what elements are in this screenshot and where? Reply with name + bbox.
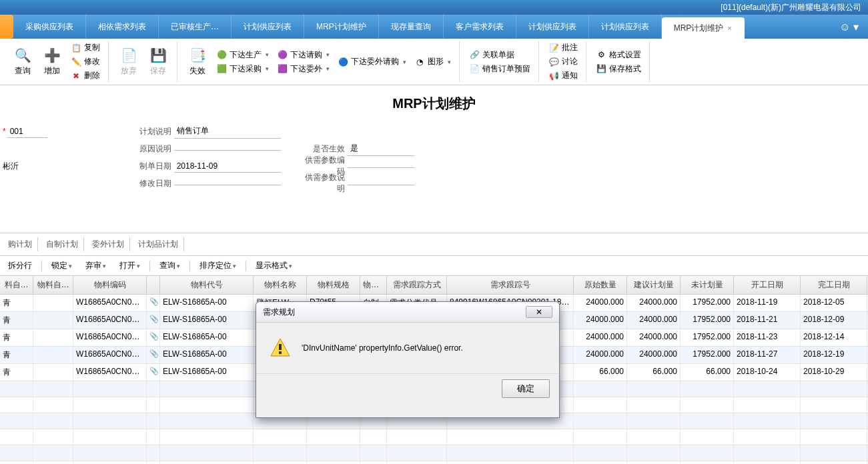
cell: 17952.000 [681, 312, 734, 329]
user-menu[interactable]: ☺ ▾ [830, 15, 868, 39]
doc-tab[interactable]: 计划供应列表 [589, 15, 662, 39]
moddate-field[interactable] [174, 182, 281, 185]
sub-tab[interactable]: 计划品计划 [133, 237, 184, 251]
doc-tab[interactable]: 采购供应列表 [13, 15, 86, 39]
link-doc-button[interactable]: 🔗关联单据 [466, 49, 533, 61]
column-header[interactable]: 料自… [0, 276, 33, 294]
doc-tab[interactable]: MRP计划维护× [662, 17, 745, 39]
issue-prod-button[interactable]: 🟢下达生产▾ [213, 49, 272, 61]
dialog-title: 需求规划 [263, 307, 295, 318]
demandcode-field[interactable] [348, 165, 414, 168]
title-bar: [011](default)(新)广州雕耀电器有限公司 [0, 0, 868, 15]
column-header[interactable]: 原始数量 [574, 276, 627, 294]
discuss-button[interactable]: 💬讨论 [546, 55, 580, 68]
cell: 24000.000 [574, 295, 627, 311]
billdate-label: 制单日期 [134, 161, 174, 172]
cell: W16865A0CN09201 [73, 364, 147, 381]
table-row[interactable] [0, 461, 868, 464]
cell: W16865A0CN09201 [73, 329, 147, 346]
column-header[interactable]: 未计划量 [681, 276, 734, 294]
effect-label: 是否生效 [301, 143, 348, 155]
notify-button[interactable]: 📢通知 [546, 69, 580, 82]
invalid-icon: 📑 [189, 47, 206, 64]
dialog-close-button[interactable]: ✕ [526, 306, 552, 318]
save-button[interactable]: 💾保存 [145, 45, 171, 78]
cell [33, 329, 73, 346]
column-header[interactable] [147, 276, 160, 294]
cell: 24000.000 [627, 295, 681, 311]
savefmt-icon: 💾 [596, 63, 606, 74]
cell: W16865A0CN09201 [73, 347, 147, 363]
sort-button[interactable]: 排序定位▾ [195, 259, 240, 273]
issue-out-button[interactable]: 🟪下达委外▾ [274, 63, 332, 75]
column-header[interactable]: 建议计划量 [627, 276, 681, 294]
ribbon-toolbar: 🔍查询 ➕增加 📋复制 ✏️修改 ✖删除 📄放弃 💾保存 📑失效 🟢下达生产▾ … [0, 39, 868, 85]
reason-field[interactable] [174, 147, 281, 151]
desc-label: 计划说明 [134, 126, 174, 137]
note-button[interactable]: 📝批注 [546, 41, 580, 54]
close-icon[interactable]: × [727, 24, 731, 32]
doc-tab[interactable]: 计划供应列表 [516, 15, 589, 39]
grid-toolbar: 拆分行 锁定▾ 弃审▾ 打开▾ 查询▾ 排序定位▾ 显示格式▾ [0, 256, 868, 276]
desc-field[interactable]: 销售订单 [174, 124, 281, 139]
column-header[interactable]: 物料… [360, 276, 387, 294]
column-header[interactable]: 需求跟踪号 [447, 276, 574, 294]
sub-tabs: 购计划自制计划委外计划计划品计划 [0, 233, 868, 256]
cell: ELW-S16865A-00 [160, 329, 254, 346]
code-field[interactable]: 001 [7, 125, 47, 138]
dialog-ok-button[interactable]: 确定 [502, 379, 550, 398]
cell: W16865A0CN09201 [73, 312, 147, 329]
document-tabs: 采购供应列表相依需求列表已审核生产…计划供应列表MRP计划维护现存量查询客户需求… [0, 15, 868, 39]
doc-tab[interactable]: 相依需求列表 [86, 15, 159, 39]
demanddesc-field[interactable] [348, 182, 414, 185]
discard-button[interactable]: 📄放弃 [115, 45, 142, 78]
issue-purchase-button[interactable]: 🟣下达请购▾ [274, 49, 332, 61]
form-area: *001 彬沂 计划说明销售订单 原因说明 制单日期2018-11-09 修改日… [0, 122, 868, 206]
invalid-button[interactable]: 📑失效 [184, 45, 211, 78]
split-button[interactable]: 拆分行 [4, 259, 36, 273]
modify-button[interactable]: ✏️修改 [68, 55, 103, 68]
column-header[interactable]: 完工日期 [801, 276, 867, 294]
column-header[interactable]: 物料名称 [254, 276, 307, 294]
copy-button[interactable]: 📋复制 [68, 41, 103, 54]
table-row[interactable] [0, 445, 868, 461]
cell: 17952.000 [681, 295, 734, 311]
format-button[interactable]: ⚙格式设置 [593, 49, 644, 61]
query-button[interactable]: 🔍查询 [9, 45, 36, 78]
doc-tab[interactable]: 计划供应列表 [232, 15, 304, 39]
save-format-button[interactable]: 💾保存格式 [593, 63, 644, 75]
graph-button[interactable]: ◔图形▾ [412, 55, 454, 68]
sub-tab[interactable]: 委外计划 [87, 237, 130, 251]
cell: 2018-10-29 [801, 364, 867, 381]
open-button[interactable]: 打开▾ [115, 259, 144, 273]
doc-tab[interactable]: 现存量查询 [379, 15, 444, 39]
sub-tab[interactable]: 购计划 [3, 237, 38, 251]
column-header[interactable]: 开工日期 [734, 276, 801, 294]
table-row[interactable] [0, 429, 868, 445]
cell: 24000.000 [627, 329, 681, 346]
add-button[interactable]: ➕增加 [39, 45, 65, 78]
column-header[interactable]: 物料代号 [160, 276, 254, 294]
doc-tab[interactable]: MRP计划维护 [304, 15, 379, 39]
column-header[interactable]: 需求跟踪方式 [387, 276, 447, 294]
column-header[interactable]: 物料规格 [307, 276, 360, 294]
outsource-purchase-button[interactable]: 🔵下达委外请购▾ [335, 55, 409, 68]
error-dialog: 需求规划 ✕ 'DInvUnitName' propertyInfo.GetVa… [256, 301, 560, 418]
column-header[interactable]: 物料编码 [73, 276, 147, 294]
billdate-field[interactable]: 2018-11-09 [174, 160, 281, 173]
effect-field[interactable]: 是 [348, 141, 414, 156]
so-preview-button[interactable]: 📄销售订单预留 [466, 63, 533, 75]
lock-button[interactable]: 锁定▾ [47, 259, 76, 273]
doc-tab[interactable]: 客户需求列表 [444, 15, 516, 39]
grid-query-button[interactable]: 查询▾ [155, 259, 184, 273]
abandon-button[interactable]: 弃审▾ [81, 259, 110, 273]
sub-tab[interactable]: 自制计划 [41, 237, 84, 251]
column-header[interactable]: 物料自… [33, 276, 73, 294]
doc-tab[interactable]: 已审核生产… [159, 15, 232, 39]
issue-buy-button[interactable]: 🟩下达采购▾ [213, 63, 272, 75]
app-menu-tab[interactable] [0, 15, 13, 39]
delete-button[interactable]: ✖删除 [68, 69, 103, 82]
display-format-button[interactable]: 显示格式▾ [252, 259, 296, 273]
cell [33, 364, 73, 381]
cell: W16865A0CN09201 [73, 295, 147, 311]
